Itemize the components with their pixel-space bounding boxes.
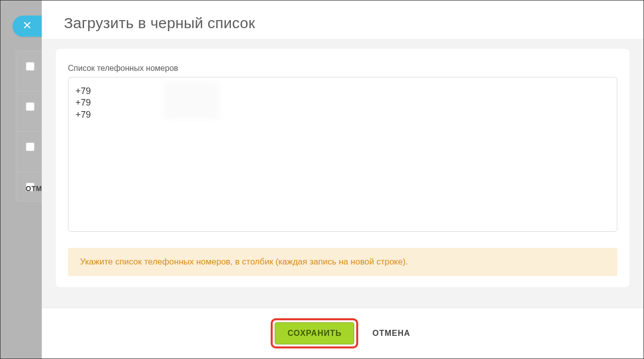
- card: Список телефонных номеров Укажите список…: [56, 49, 629, 287]
- close-button[interactable]: [13, 16, 42, 37]
- modal-title: Загрузить в черный список: [64, 15, 621, 32]
- bg-checkbox: [25, 142, 35, 152]
- modal-footer: СОХРАНИТЬ ОТМЕНА: [42, 308, 643, 358]
- modal-body: Список телефонных номеров Укажите список…: [42, 39, 643, 308]
- save-button-highlight: СОХРАНИТЬ: [271, 318, 358, 348]
- bg-cancel-label: ОТМ: [26, 185, 42, 193]
- close-icon: [22, 20, 32, 32]
- save-button[interactable]: СОХРАНИТЬ: [275, 322, 354, 344]
- field-label: Список телефонных номеров: [68, 64, 617, 73]
- background-overlay: ОТМ: [1, 1, 42, 359]
- phones-textarea[interactable]: [68, 77, 617, 232]
- hint-text: Укажите список телефонных номеров, в сто…: [68, 248, 617, 276]
- background-card: [16, 51, 46, 202]
- bg-checkbox: [25, 61, 35, 71]
- modal-header: Загрузить в черный список: [42, 1, 643, 39]
- modal: Загрузить в черный список Список телефон…: [42, 1, 643, 358]
- bg-checkbox: [25, 102, 35, 112]
- cancel-button[interactable]: ОТМЕНА: [368, 323, 414, 344]
